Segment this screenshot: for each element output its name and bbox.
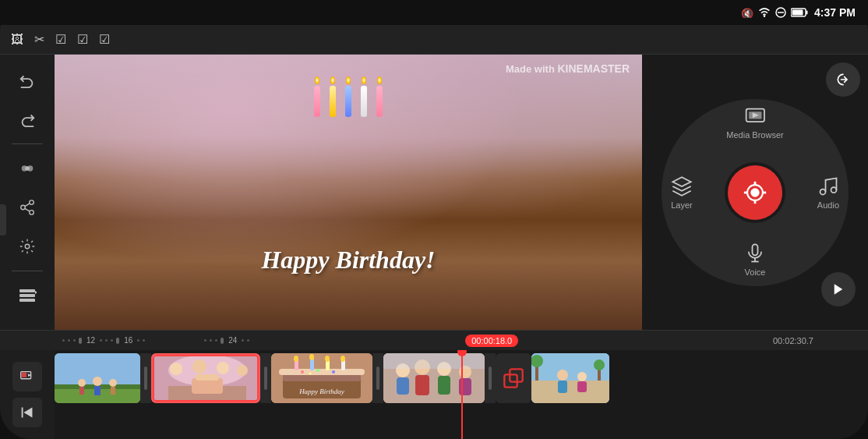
device: 🔇 4:37 PM 🖼 ✂ ☑	[0, 0, 868, 439]
ruler-marks: 12 16 00:00:18.0 24	[62, 331, 759, 351]
svg-point-64	[316, 369, 319, 372]
rdot	[105, 339, 108, 342]
radial-center-button[interactable]	[728, 165, 782, 220]
svg-line-13	[25, 208, 30, 211]
toolbar-check2-icon[interactable]: ☑	[77, 32, 88, 47]
total-time: 00:02:30.7	[759, 336, 813, 345]
svg-point-15	[25, 244, 30, 249]
clip-6-visual	[531, 353, 609, 403]
svg-point-92	[557, 370, 568, 381]
svg-point-52	[170, 363, 182, 375]
svg-rect-6	[792, 10, 803, 16]
voice-label: Voice	[745, 267, 766, 277]
clip-4[interactable]: 🖼	[383, 353, 485, 403]
clip-separator-4	[485, 353, 496, 403]
layers-panel-button[interactable]	[9, 278, 45, 313]
svg-point-54	[217, 362, 229, 374]
svg-rect-5	[806, 11, 808, 15]
svg-point-9	[25, 166, 30, 171]
svg-point-66	[309, 373, 312, 375]
sidebar-divider-2	[12, 271, 43, 271]
svg-point-11	[21, 205, 26, 210]
audio-button[interactable]: Audio	[817, 175, 839, 210]
exit-button[interactable]	[826, 62, 860, 97]
svg-rect-49	[111, 387, 115, 395]
clip-1[interactable]: 🖼	[55, 353, 140, 403]
clip-2[interactable]: 🖼	[151, 353, 260, 403]
status-icons: 🔇	[741, 7, 808, 18]
svg-point-10	[30, 200, 34, 205]
top-toolbar: 🖼 ✂ ☑ ☑ ☑	[0, 25, 868, 55]
layer-label: Layer	[671, 200, 693, 210]
rdot	[68, 339, 70, 342]
svg-point-72	[309, 354, 314, 360]
clip-5-duplicate[interactable]	[496, 353, 531, 403]
rdot	[62, 339, 65, 342]
clip-6[interactable]: 🖼	[531, 353, 609, 403]
left-speaker	[0, 204, 6, 235]
toolbar-media-icon[interactable]: 🖼	[11, 33, 23, 47]
candle-body-4	[361, 86, 367, 117]
svg-marker-34	[834, 284, 843, 295]
svg-rect-18	[19, 299, 35, 302]
rdot	[100, 339, 102, 342]
svg-rect-45	[79, 387, 84, 395]
play-button[interactable]	[821, 272, 856, 306]
media-browser-label: Media Browser	[726, 130, 783, 140]
svg-rect-47	[94, 386, 101, 395]
ruler-mark-16: 16	[124, 336, 132, 345]
layer-button[interactable]: Layer	[671, 175, 693, 210]
rdot	[247, 339, 249, 342]
svg-point-63	[301, 370, 304, 374]
main-area: Happy Birthday! Made with KINEMASTER	[0, 55, 868, 330]
dnd-icon	[775, 7, 786, 18]
candles	[314, 76, 383, 117]
mute-icon: 🔇	[741, 7, 753, 18]
rdot-large	[116, 338, 119, 344]
svg-point-53	[192, 359, 206, 374]
share-button[interactable]	[9, 189, 45, 225]
svg-point-46	[93, 377, 102, 386]
candle-4	[361, 76, 367, 117]
add-media-button[interactable]	[12, 362, 42, 391]
candle-5	[376, 76, 383, 117]
svg-point-1	[764, 16, 765, 17]
media-browser-button[interactable]: Media Browser	[726, 105, 783, 140]
clip-1-visual	[55, 353, 140, 403]
timeline-tracks: 🖼	[0, 350, 868, 439]
toolbar-trim-icon[interactable]: ✂	[34, 32, 44, 47]
rdot	[210, 339, 212, 342]
video-preview: Happy Birthday! Made with KINEMASTER	[55, 55, 642, 330]
svg-rect-16	[19, 289, 35, 292]
watermark-brand: KINEMASTER	[557, 62, 630, 75]
rdot	[242, 339, 244, 342]
undo-button[interactable]	[9, 62, 45, 98]
right-panel: Media Browser Layer	[642, 55, 868, 330]
redo-button[interactable]	[9, 101, 45, 137]
svg-rect-91	[531, 381, 609, 403]
svg-point-94	[577, 372, 587, 381]
rdot	[215, 339, 217, 342]
rdot-large	[79, 338, 82, 344]
settings-button[interactable]	[9, 228, 45, 264]
toolbar-check3-icon[interactable]: ☑	[99, 32, 110, 47]
battery-icon	[791, 8, 808, 17]
toolbar-check1-icon[interactable]: ☑	[55, 32, 66, 47]
svg-point-71	[294, 356, 298, 362]
sidebar-divider	[12, 143, 43, 144]
clip-3-visual: Happy Birthday	[271, 353, 372, 403]
transition-button[interactable]	[9, 150, 45, 186]
svg-text:🔇: 🔇	[741, 7, 753, 18]
watermark: Made with KINEMASTER	[506, 62, 630, 75]
candle-2	[330, 76, 336, 117]
voice-button[interactable]: Voice	[744, 243, 766, 277]
back-to-start-button[interactable]	[12, 398, 42, 427]
svg-rect-37	[22, 373, 26, 377]
track-clips: 🖼	[55, 353, 609, 403]
clip-3[interactable]: 🖼	[271, 353, 372, 403]
candle-body-3	[345, 86, 351, 117]
candle-1	[314, 76, 320, 117]
svg-point-44	[78, 379, 86, 387]
svg-line-14	[25, 204, 30, 207]
svg-point-12	[30, 211, 34, 215]
